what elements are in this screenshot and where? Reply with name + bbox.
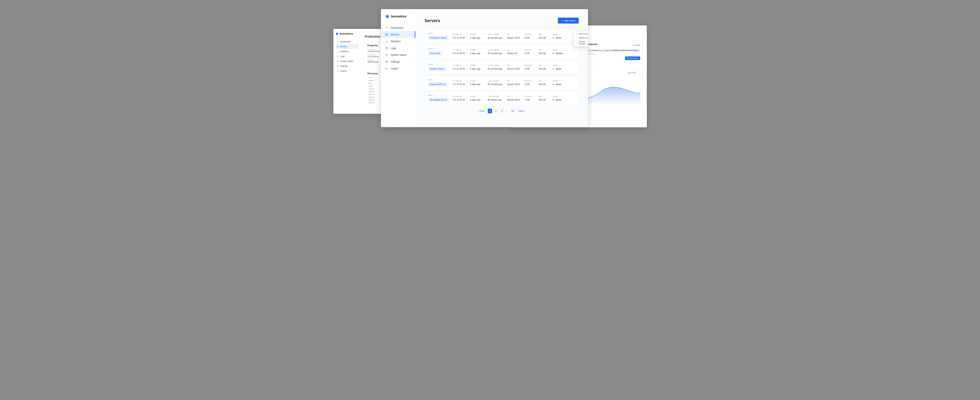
chevron-left-icon xyxy=(477,110,479,112)
pager-page[interactable]: 10 xyxy=(510,109,515,113)
sidebar-item-servers[interactable]: Servers xyxy=(336,44,359,49)
server-modified: 40 minutes ago xyxy=(488,68,507,70)
sidebar-item-logs[interactable]: Logs xyxy=(336,54,359,59)
server-link[interactable]: Production server xyxy=(428,36,449,40)
row-actions-button[interactable] xyxy=(571,81,576,85)
sidebar-item-logout[interactable]: Logout xyxy=(336,69,359,73)
server-link[interactable]: Test server xyxy=(428,51,442,56)
sidebar-item-system-status[interactable]: System status xyxy=(381,52,415,58)
server-memory: 2 GB xyxy=(525,52,539,54)
server-ip: 172.10.20.30 xyxy=(452,99,470,101)
context-menu-item[interactable]: Web terminal xyxy=(574,32,588,36)
svg-rect-13 xyxy=(385,35,388,36)
api-url[interactable]: https://boxmetrics.io/api/c2c5d044c9e609… xyxy=(583,49,640,52)
chevron-down-icon xyxy=(637,72,639,74)
server-row: NameProduction server IP Address172.10.2… xyxy=(425,30,579,43)
server-added: 2 days ago xyxy=(470,52,488,54)
server-link[interactable]: My website server xyxy=(428,98,449,102)
file-icon xyxy=(385,47,388,50)
sidebar-item-statistics[interactable]: Statistics xyxy=(381,38,415,45)
sidebar-item-settings[interactable]: Settings xyxy=(381,58,415,65)
pager-page[interactable]: 1 xyxy=(488,109,492,113)
chart-range-select[interactable]: Last month xyxy=(626,71,640,75)
pager-page[interactable]: 3 xyxy=(500,109,504,113)
svg-point-37 xyxy=(573,98,574,99)
svg-point-28 xyxy=(573,52,574,52)
pager-next[interactable]: Next xyxy=(517,109,528,113)
svg-point-25 xyxy=(576,43,577,43)
brand-text: boxmetrics xyxy=(340,32,353,35)
server-disk: 512 GB xyxy=(539,37,553,39)
server-modified: 40 minutes ago xyxy=(488,52,507,54)
svg-point-32 xyxy=(573,81,574,82)
sidebar-item-dashboard[interactable]: Dashboard xyxy=(381,24,415,31)
server-row: NameBackend API srv IP Address172.10.20.… xyxy=(425,76,579,89)
svg-rect-4 xyxy=(337,60,339,62)
sidebar-item-statistics[interactable]: Statistics xyxy=(336,49,359,54)
svg-rect-1 xyxy=(337,46,339,46)
server-link[interactable]: Another server xyxy=(428,67,446,71)
sidebar-item-system-status[interactable]: System status xyxy=(336,59,359,63)
server-link[interactable]: Backend API srv xyxy=(428,82,448,87)
server-os: Ubuntu 16.04 xyxy=(507,83,525,86)
main-window-servers: boxmetrics Dashboard Servers Statistics xyxy=(381,9,588,127)
gear-icon xyxy=(385,60,388,63)
server-row: NameTest server IP Address172.10.20.30 A… xyxy=(425,45,579,58)
context-menu-item[interactable]: System settings xyxy=(574,40,588,46)
sidebar-item-servers[interactable]: Servers xyxy=(381,31,415,38)
server-added: 2 days ago xyxy=(470,83,488,86)
svg-point-26 xyxy=(573,51,574,51)
chevron-down-icon xyxy=(409,61,411,63)
server-disk: 256 GB xyxy=(539,68,553,70)
svg-point-24 xyxy=(577,37,577,38)
svg-point-14 xyxy=(386,34,386,34)
server-status: active xyxy=(553,68,569,70)
pager-ellipsis: … xyxy=(506,110,508,112)
server-disk: 256 GB xyxy=(539,52,553,54)
server-os: Ubuntu 18.04 xyxy=(507,37,525,39)
sidebar-item-dashboard[interactable]: Dashboard xyxy=(336,40,359,44)
server-modified: 40 minutes ago xyxy=(488,83,507,86)
revoke-access-button[interactable]: Revoke access xyxy=(625,56,640,60)
api-hint: Click URL to copy xyxy=(583,53,640,55)
server-modified: 40 minutes ago xyxy=(488,99,507,101)
sidebar-item-label: Statistics xyxy=(391,40,401,43)
row-actions-button[interactable] xyxy=(571,49,576,54)
svg-rect-2 xyxy=(337,47,339,47)
row-actions-button[interactable] xyxy=(571,96,576,101)
sidebar-item-settings[interactable]: Settings xyxy=(336,64,359,68)
server-status: active xyxy=(553,37,569,39)
sidebar-item-label: Settings xyxy=(391,60,400,63)
pager-page[interactable]: 2 xyxy=(494,109,498,113)
logo: boxmetrics xyxy=(336,32,359,35)
chevron-left-icon xyxy=(396,121,399,123)
svg-point-35 xyxy=(573,97,574,97)
add-server-button[interactable]: Add server xyxy=(558,17,578,24)
sidebar-item-logout[interactable]: Logout xyxy=(381,65,415,72)
svg-point-33 xyxy=(573,83,574,83)
sidebar-item-label: Dashboard xyxy=(391,26,403,29)
server-icon xyxy=(385,33,388,36)
server-status: active xyxy=(553,83,569,86)
sidebar-item-label: Logout xyxy=(391,67,399,70)
svg-point-23 xyxy=(576,37,576,38)
context-menu-item[interactable]: System users xyxy=(574,36,588,40)
server-ip: 172.10.20.30 xyxy=(452,37,470,39)
collapse-sidebar-button[interactable] xyxy=(396,121,399,124)
server-os: Ubuntu 14.04 xyxy=(507,68,525,70)
server-added: 2 days ago xyxy=(470,99,488,101)
server-disk: 256 GB xyxy=(539,99,553,101)
row-actions-button[interactable] xyxy=(571,65,576,70)
server-row: NameAnother server IP Address172.10.20.3… xyxy=(425,60,579,74)
svg-point-27 xyxy=(573,51,574,52)
page-title: Servers xyxy=(425,18,440,23)
pager-prev[interactable]: Prev xyxy=(476,109,486,113)
server-memory: 2 GB xyxy=(525,99,539,101)
sidebar-item-label: Servers xyxy=(391,33,399,36)
collapse-sidebar-button[interactable] xyxy=(346,109,348,112)
server-status: active xyxy=(553,99,569,101)
svg-point-31 xyxy=(573,67,574,68)
logout-icon xyxy=(385,67,388,70)
sidebar-item-logs[interactable]: Logs xyxy=(381,45,415,52)
server-added: 2 days ago xyxy=(470,37,488,39)
